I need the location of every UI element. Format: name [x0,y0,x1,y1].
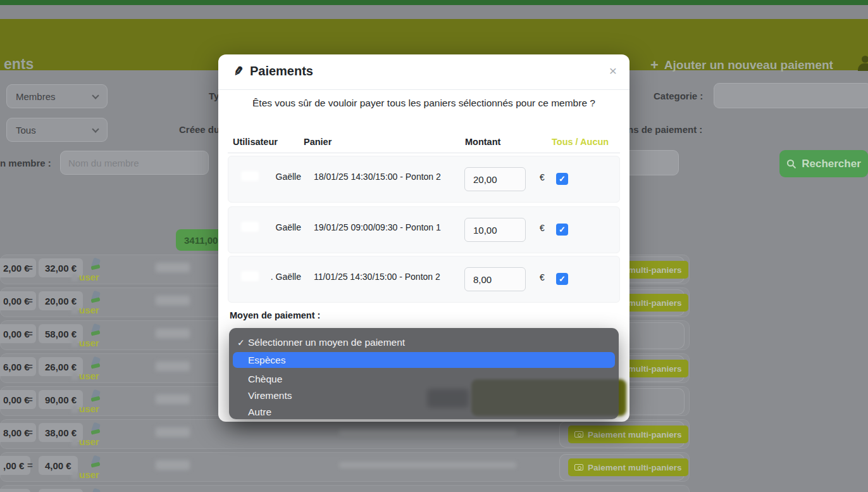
payment-row: 8,00 €=38,00 €userPaiement multi-paniers [0,419,690,449]
chevron-down-icon [92,92,99,99]
user-label: user [79,272,99,282]
col-header-montant: Montant [465,137,500,147]
basket-checkbox[interactable]: ✓ [556,273,568,285]
close-icon[interactable]: × [609,64,617,77]
amount-input[interactable]: 20,00 [464,167,526,191]
equals-sign: = [27,394,33,405]
dropdown-option[interactable]: Chèque [233,371,615,387]
paid-amount-chip: ,00 € [0,456,30,475]
search-button-label: Rechercher [802,158,861,170]
categorie-input[interactable] [714,83,868,108]
dropdown-option[interactable]: Virements [233,388,615,403]
censored-char [71,339,78,347]
edit-image-icon [91,423,102,436]
top-gray-strip [0,5,868,19]
add-payment-button[interactable]: + Ajouter un nouveau paiement [650,57,833,73]
equals-sign: = [27,328,33,339]
user-label: user [79,403,99,414]
multi-basket-payment-button[interactable]: Paiement multi-paniers [568,426,688,443]
plus-icon: + [650,57,659,73]
edit-image-icon [91,390,102,403]
table-divider [228,153,620,153]
user-label: user [79,337,99,348]
chevron-down-icon [92,125,99,132]
categorie-label: Categorie : [654,91,703,101]
basket-description: 18/01/25 14:30/15:00 - Ponton 2 [314,172,441,182]
edit-image-icon [91,357,102,370]
censored-text [156,263,190,272]
basket-user: Gaëlle [251,222,301,232]
censored-text [156,296,190,305]
basket-checkbox[interactable]: ✓ [556,173,568,185]
tous-select[interactable]: Tous [6,118,108,142]
edit-image-icon [91,291,102,304]
pencil-icon: ✎ [232,63,245,79]
equals-sign: = [27,295,33,306]
dropdown-option-label: Autre [248,407,271,418]
paid-amount-chip: ,00 € [0,489,30,492]
membres-select-value: Membres [16,91,56,102]
total-amount-chip: 14,00 € [39,489,83,492]
membre-input[interactable]: Nom du membre [60,151,209,175]
cree-du-label: Créee du [179,124,220,135]
censored-text [156,394,190,404]
moyens-paiement-input[interactable] [623,150,679,175]
tous-select-value: Tous [16,125,36,136]
amount-input[interactable]: 8,00 [464,267,526,291]
top-green-strip [0,0,868,5]
check-icon: ✓ [233,337,248,348]
censored-text [156,427,190,437]
dropdown-option-label: Chèque [248,374,282,385]
currency-symbol: € [540,223,545,233]
basket-user: Gaëlle [251,172,301,182]
equals-sign: = [27,361,33,372]
basket-checkbox[interactable]: ✓ [556,224,568,236]
user-label: user [79,436,99,447]
banknote-icon [574,464,583,470]
membres-select[interactable]: Membres [6,84,108,108]
dropdown-option[interactable]: Autre [233,404,615,420]
paiements-modal: ✎ Paiements × Êtes vous sûr de vouloir p… [218,54,629,422]
edit-image-icon [91,324,102,337]
censored-char [71,372,78,380]
tous-aucun-toggle[interactable]: Tous / Aucun [552,137,609,147]
col-header-panier: Panier [304,137,332,147]
membre-input-placeholder: Nom du membre [68,158,139,168]
censored-char [71,405,78,413]
add-payment-label: Ajouter un nouveau paiement [664,58,833,72]
basket-row: Gaëlle18/01/25 14:30/15:00 - Ponton 220,… [228,156,620,203]
confirmation-question: Êtes vous sûr de vouloir payer tous les … [218,98,629,109]
dropdown-option[interactable]: ✓Sélectionner un moyen de paiement [233,334,615,350]
payment-row: ,00 €=14,00 €JOLY Thi [0,485,690,492]
moyen-paiement-label: Moyen de paiement : [230,310,320,320]
basket-row: Gaëlle19/01/25 09:00/09:30 - Ponton 110,… [228,206,620,253]
multi-basket-payment-button[interactable]: Paiement multi-paniers [568,458,688,476]
censored-char [71,274,78,281]
censored-text [339,462,516,468]
modal-title: ✎ Paiements [233,64,313,79]
page-title: ents [4,56,34,73]
payment-row: ,00 €=4,00 €userPaiement multi-paniers [0,452,690,482]
 [91,488,101,492]
dropdown-option-label: Virements [248,390,292,401]
search-icon [786,159,797,169]
edit-image-icon [91,258,102,271]
modal-title-text: Paiements [250,64,313,79]
user-label: user [79,469,99,480]
basket-row: . Gaëlle11/01/25 14:30/15:00 - Ponton 28… [228,256,620,303]
modal-header: ✎ Paiements × [218,54,629,90]
payments-page: ents ⚙ Config + Ajouter un nouveau paiem… [0,0,868,492]
basket-description: 11/01/25 14:30/15:00 - Ponton 2 [314,272,440,282]
amount-input[interactable]: 10,00 [464,218,526,242]
edit-image-icon [91,456,102,469]
dropdown-option[interactable]: Espèces [233,352,615,368]
banknote-icon [574,431,583,438]
censored-char [71,438,78,446]
basket-description: 19/01/25 09:00/09:30 - Ponton 1 [314,222,441,232]
equals-sign: = [27,262,33,273]
person-icon[interactable] [858,56,868,72]
membre-label: n membre : [0,158,51,168]
search-button[interactable]: Rechercher [779,150,868,177]
currency-symbol: € [540,272,545,282]
multi-basket-payment-label: Paiement multi-paniers [588,430,682,439]
